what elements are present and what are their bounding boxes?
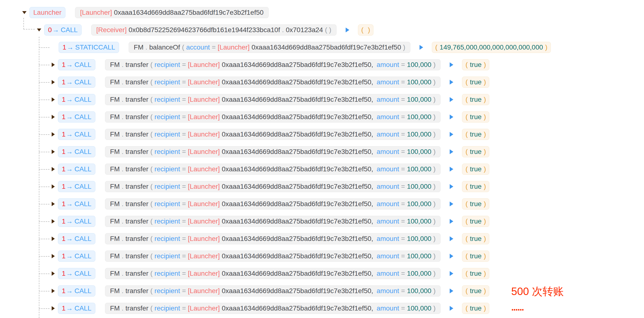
play-expand-icon[interactable]: [450, 201, 453, 206]
address-tag[interactable]: [Launcher]: [188, 61, 220, 69]
address[interactable]: 0xaaa1634d669dd8aa275bad6fdf19c7e3b2f1ef…: [222, 217, 374, 225]
play-expand-icon[interactable]: [450, 184, 453, 189]
address-tag[interactable]: [Launcher]: [188, 148, 220, 156]
expand-triangle-icon[interactable]: [52, 237, 55, 241]
address-tag[interactable]: [Receiver]: [96, 26, 127, 34]
play-expand-icon[interactable]: [450, 97, 453, 102]
address-tag[interactable]: [Launcher]: [188, 78, 220, 86]
address[interactable]: 0xaaa1634d669dd8aa275bad6fdf19c7e3b2f1ef…: [222, 96, 374, 103]
address-tag[interactable]: [Launcher]: [188, 252, 220, 260]
expand-triangle-icon[interactable]: [52, 254, 55, 258]
call-type-badge[interactable]: 1 → CALL: [58, 216, 95, 227]
play-expand-icon[interactable]: [450, 236, 453, 241]
expand-triangle-icon[interactable]: [52, 184, 55, 189]
call-type-badge[interactable]: 1 → CALL: [58, 303, 95, 314]
call-type-badge[interactable]: 1 → CALL: [58, 181, 95, 192]
play-expand-icon[interactable]: [450, 288, 453, 293]
expand-triangle-icon[interactable]: [52, 132, 55, 137]
address-tag[interactable]: [Launcher]: [188, 304, 220, 312]
play-expand-icon[interactable]: [450, 62, 453, 67]
play-expand-icon[interactable]: [346, 28, 349, 32]
address-tag[interactable]: [Launcher]: [80, 9, 112, 17]
address[interactable]: 0xaaa1634d669dd8aa275bad6fdf19c7e3b2f1ef…: [222, 270, 374, 277]
collapse-triangle-icon[interactable]: [22, 11, 26, 14]
address-tag[interactable]: [Launcher]: [188, 113, 220, 121]
address-tag[interactable]: [Launcher]: [188, 183, 220, 190]
address-tag[interactable]: [Launcher]: [188, 235, 220, 243]
method-name: transfer: [126, 131, 148, 138]
address[interactable]: 0xaaa1634d669dd8aa275bad6fdf19c7e3b2f1ef…: [222, 113, 374, 121]
address[interactable]: 0xaaa1634d669dd8aa275bad6fdf19c7e3b2f1ef…: [222, 183, 374, 190]
call-type-badge[interactable]: 1 → CALL: [58, 129, 95, 140]
call-type-badge[interactable]: 1 → CALL: [58, 198, 95, 209]
collapse-triangle-icon[interactable]: [37, 29, 41, 32]
address[interactable]: 0xaaa1634d669dd8aa275bad6fdf19c7e3b2f1ef…: [114, 9, 264, 17]
call-summary-pill: FM . transfer ( recipient = [Launcher] 0…: [105, 268, 441, 279]
return-value-badge: ( true ): [462, 111, 489, 123]
address[interactable]: 0xaaa1634d669dd8aa275bad6fdf19c7e3b2f1ef…: [222, 252, 374, 260]
expand-triangle-icon[interactable]: [52, 115, 55, 119]
expand-triangle-icon[interactable]: [52, 289, 55, 293]
method-name: transfer: [126, 165, 148, 173]
address-tag[interactable]: [Launcher]: [188, 96, 220, 103]
expand-triangle-icon[interactable]: [52, 219, 55, 223]
address[interactable]: 0xaaa1634d669dd8aa275bad6fdf19c7e3b2f1ef…: [222, 304, 374, 312]
address-tag[interactable]: [Launcher]: [188, 131, 220, 138]
call-type-badge[interactable]: 1 → STATICCALL: [59, 42, 119, 53]
call-type-badge[interactable]: 1 → CALL: [58, 164, 95, 175]
address-tag[interactable]: [Launcher]: [188, 165, 220, 173]
address[interactable]: 0x0b8d752252694623766dfb161e1944f233bca1…: [129, 26, 280, 34]
annotation-text: 500 次转账: [511, 286, 564, 297]
address-tag[interactable]: [Launcher]: [188, 217, 220, 225]
close-paren: ): [433, 217, 436, 225]
call-type-badge[interactable]: 1 → CALL: [58, 233, 95, 244]
play-expand-icon[interactable]: [450, 271, 453, 276]
play-expand-icon[interactable]: [450, 254, 453, 258]
play-expand-icon[interactable]: [450, 115, 453, 119]
play-expand-icon[interactable]: [450, 306, 453, 311]
expand-triangle-icon[interactable]: [52, 97, 55, 102]
play-expand-icon[interactable]: [450, 219, 453, 224]
call-type-badge[interactable]: 0 → CALL: [44, 25, 82, 36]
address[interactable]: 0xaaa1634d669dd8aa275bad6fdf19c7e3b2f1ef…: [222, 61, 374, 69]
address-tag[interactable]: [Launcher]: [188, 270, 220, 277]
trace-row-transfer-call: 1 → CALL FM . transfer ( recipient = [La…: [0, 108, 644, 126]
expand-triangle-icon[interactable]: [52, 271, 55, 276]
call-type-badge[interactable]: 1 → CALL: [58, 285, 95, 296]
play-expand-icon[interactable]: [450, 167, 453, 172]
trace-row-transfer-call: 1 → CALL FM . transfer ( recipient = [La…: [0, 265, 644, 282]
play-expand-icon[interactable]: [420, 45, 423, 50]
param-name: amount: [376, 304, 399, 312]
address[interactable]: 0xaaa1634d669dd8aa275bad6fdf19c7e3b2f1ef…: [222, 78, 374, 86]
expand-triangle-icon[interactable]: [52, 63, 55, 67]
expand-triangle-icon[interactable]: [52, 150, 55, 154]
call-type-badge[interactable]: 1 → CALL: [58, 111, 95, 123]
expand-triangle-icon[interactable]: [52, 202, 55, 206]
method-name: transfer: [126, 61, 148, 69]
address[interactable]: 0xaaa1634d669dd8aa275bad6fdf19c7e3b2f1ef…: [222, 287, 374, 295]
call-type-badge[interactable]: 1 → CALL: [58, 268, 95, 279]
address[interactable]: 0xaaa1634d669dd8aa275bad6fdf19c7e3b2f1ef…: [222, 165, 374, 173]
expand-triangle-icon[interactable]: [52, 167, 55, 171]
close-paren: ): [484, 148, 486, 156]
address[interactable]: 0xaaa1634d669dd8aa275bad6fdf19c7e3b2f1ef…: [222, 148, 374, 156]
expand-triangle-icon[interactable]: [52, 306, 55, 310]
play-expand-icon[interactable]: [450, 149, 453, 154]
call-type-badge[interactable]: 1 → CALL: [58, 146, 95, 157]
call-type-badge[interactable]: 1 → CALL: [58, 251, 95, 262]
call-type-badge[interactable]: 1 → CALL: [58, 59, 95, 70]
address-tag[interactable]: [Launcher]: [188, 200, 220, 208]
address[interactable]: 0xaaa1634d669dd8aa275bad6fdf19c7e3b2f1ef…: [222, 200, 374, 208]
expand-triangle-icon[interactable]: [52, 80, 55, 84]
play-expand-icon[interactable]: [450, 132, 453, 137]
launcher-badge[interactable]: Launcher: [30, 7, 66, 18]
call-type-badge[interactable]: 1 → CALL: [58, 77, 95, 88]
address[interactable]: 0xaaa1634d669dd8aa275bad6fdf19c7e3b2f1ef…: [252, 44, 401, 51]
address[interactable]: 0xaaa1634d669dd8aa275bad6fdf19c7e3b2f1ef…: [222, 131, 374, 138]
play-expand-icon[interactable]: [450, 80, 453, 85]
param-name: recipient: [154, 304, 180, 312]
address-tag[interactable]: [Launcher]: [218, 44, 250, 51]
address-tag[interactable]: [Launcher]: [188, 287, 220, 295]
address[interactable]: 0xaaa1634d669dd8aa275bad6fdf19c7e3b2f1ef…: [222, 235, 374, 243]
call-type-badge[interactable]: 1 → CALL: [58, 94, 95, 105]
